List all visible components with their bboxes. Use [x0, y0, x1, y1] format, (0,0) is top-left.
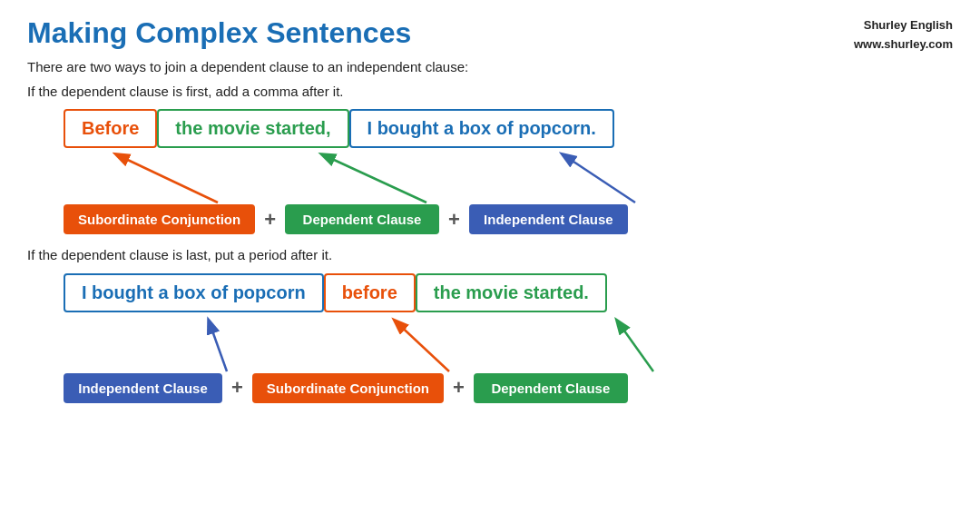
top-word-popcorn: I bought a box of popcorn.	[349, 109, 614, 148]
bottom-labels-row: Independent Clause + Subordinate Conjunc…	[64, 373, 628, 403]
top-plus-2: +	[448, 208, 460, 232]
intro-text-2: If the dependent clause is first, add a …	[27, 82, 953, 103]
bottom-label-indclause: Independent Clause	[64, 373, 222, 403]
bottom-sentence-row: I bought a box of popcorn before the mov…	[64, 273, 607, 312]
intro-text-1: There are two ways to join a dependent c…	[27, 57, 953, 78]
page-title: Making Complex Sentences	[27, 16, 953, 50]
top-plus-1: +	[264, 208, 276, 232]
top-label-indclause: Independent Clause	[469, 204, 628, 234]
svg-line-11	[617, 321, 653, 371]
top-labels-row: Subordinate Conjunction + Dependent Clau…	[64, 204, 628, 234]
svg-line-4	[322, 154, 426, 203]
svg-line-10	[395, 321, 449, 371]
brand-line2: www.shurley.com	[854, 35, 953, 54]
top-sentence-row: Before the movie started, I bought a box…	[64, 109, 614, 148]
svg-line-5	[563, 154, 635, 203]
bottom-word-before: before	[324, 273, 416, 312]
intro-text-3: If the dependent clause is last, put a p…	[27, 245, 953, 266]
svg-line-3	[116, 154, 218, 203]
top-label-subconj: Subordinate Conjunction	[64, 204, 255, 234]
svg-line-9	[209, 321, 227, 371]
bottom-label-subconj: Subordinate Conjunction	[252, 373, 444, 403]
bottom-word-popcorn: I bought a box of popcorn	[64, 273, 324, 312]
brand-line1: Shurley English	[854, 16, 953, 35]
top-label-depclause: Dependent Clause	[285, 204, 439, 234]
top-word-movie: the movie started,	[157, 109, 348, 148]
bottom-plus-2: +	[453, 376, 465, 400]
bottom-label-depclause: Dependent Clause	[474, 373, 628, 403]
bottom-diagram: I bought a box of popcorn before the mov…	[36, 273, 953, 405]
top-word-before: Before	[64, 109, 157, 148]
brand: Shurley English www.shurley.com	[854, 16, 953, 54]
top-diagram: Before the movie started, I bought a box…	[36, 109, 953, 236]
bottom-word-movie: the movie started.	[416, 273, 607, 312]
bottom-plus-1: +	[231, 376, 243, 400]
